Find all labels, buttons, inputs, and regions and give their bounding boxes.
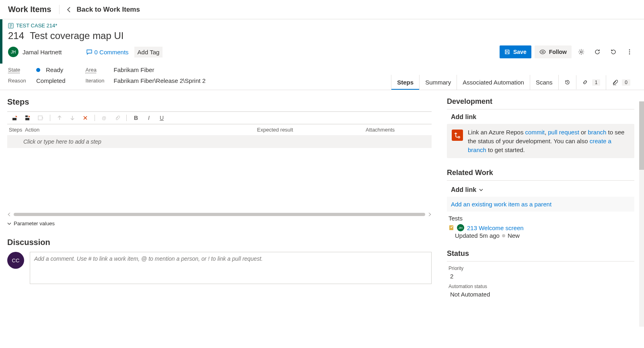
attach-file-button[interactable]	[113, 114, 121, 121]
iteration-value[interactable]: Fabrikam Fiber\Release 2\Sprint 2	[114, 77, 206, 84]
tests-label: Tests	[449, 215, 634, 222]
svg-rect-9	[38, 116, 42, 120]
history-icon	[564, 79, 570, 85]
col-steps: Steps	[9, 127, 25, 133]
tab-history[interactable]	[559, 75, 576, 89]
add-existing-parent-link[interactable]: Add an existing work item as a parent	[447, 197, 634, 212]
assignee-name[interactable]: Jamal Hartnett	[23, 49, 62, 56]
insert-step-button[interactable]	[11, 114, 19, 121]
col-expected-result: Expected result	[257, 127, 366, 133]
horizontal-scrollbar[interactable]	[7, 212, 432, 216]
refresh-button[interactable]	[591, 45, 604, 58]
tab-associated-automation[interactable]: Associated Automation	[457, 75, 530, 90]
state-label: State	[8, 67, 36, 73]
add-link-related-label: Add link	[451, 186, 476, 194]
svg-rect-8	[25, 115, 28, 117]
back-to-work-items-link[interactable]: Back to Work Items	[66, 6, 140, 14]
breadcrumb[interactable]: TEST CASE 214*	[8, 23, 636, 29]
reason-label: Reason	[8, 78, 36, 84]
test-case-icon	[8, 23, 14, 29]
tab-steps[interactable]: Steps	[391, 75, 420, 90]
discussion-heading: Discussion	[7, 238, 432, 247]
iteration-label: Iteration	[86, 78, 114, 84]
add-step-input[interactable]: Click or type here to add a step	[7, 135, 432, 148]
area-label: Area	[86, 67, 114, 73]
priority-label: Priority	[449, 266, 634, 271]
automation-status-label: Automation status	[449, 284, 634, 289]
tab-attachments[interactable]: 0	[606, 75, 636, 90]
svg-point-11	[458, 136, 460, 138]
insert-param-button[interactable]: @	[101, 114, 108, 121]
related-test-link[interactable]: 213 Welcome screen	[467, 224, 524, 231]
current-user-avatar: CC	[7, 252, 24, 269]
more-vertical-icon	[626, 49, 633, 55]
save-button[interactable]: Save	[500, 45, 531, 58]
steps-heading: Steps	[7, 97, 432, 107]
branch-link[interactable]: branch	[588, 129, 607, 136]
attachment-icon	[612, 79, 618, 85]
add-link-related-button[interactable]: Add link	[451, 186, 484, 194]
automation-status-value[interactable]: Not Automated	[450, 291, 634, 298]
related-test-state: New	[508, 232, 520, 239]
move-up-button[interactable]	[56, 114, 63, 121]
revert-button[interactable]	[607, 45, 620, 58]
area-value[interactable]: Fabrikam Fiber	[114, 66, 154, 73]
vertical-scrollbar[interactable]	[639, 101, 644, 306]
commit-link[interactable]: commit	[525, 129, 545, 136]
comments-link[interactable]: 0 Comments	[86, 49, 129, 56]
type-color-stripe	[0, 19, 2, 64]
arrow-left-icon	[66, 6, 72, 13]
undo-icon	[610, 49, 617, 55]
scrollbar-thumb[interactable]	[14, 213, 425, 216]
create-shared-steps-button[interactable]	[37, 114, 44, 121]
eye-icon	[539, 49, 546, 55]
development-message: Link an Azure Repos commit, pull request…	[468, 128, 630, 154]
assignee-avatar[interactable]: JH	[8, 47, 19, 57]
reason-value[interactable]: Completed	[36, 77, 66, 84]
italic-button[interactable]: I	[145, 114, 152, 121]
scrollbar-thumb[interactable]	[639, 101, 644, 170]
chevron-down-icon	[7, 222, 11, 226]
gear-icon	[578, 49, 584, 55]
col-action: Action	[25, 127, 257, 133]
svg-rect-6	[12, 118, 16, 120]
delete-step-button[interactable]	[82, 114, 89, 121]
attachments-count-badge: 0	[622, 79, 630, 86]
updated-label: Updated 5m ago	[455, 232, 500, 239]
state-value[interactable]: Ready	[46, 66, 63, 73]
col-attachments: Attachments	[366, 127, 430, 133]
save-icon	[504, 49, 510, 55]
svg-point-2	[580, 51, 582, 53]
more-actions-button[interactable]	[623, 45, 636, 58]
priority-value[interactable]: 2	[450, 273, 634, 280]
underline-button[interactable]: U	[158, 114, 165, 121]
link-icon	[582, 79, 588, 85]
settings-button[interactable]	[575, 45, 588, 58]
parameter-values-toggle[interactable]: Parameter values	[7, 220, 432, 227]
status-heading: Status	[447, 249, 634, 258]
add-link-dev-button[interactable]: Add link	[451, 113, 634, 121]
links-count-badge: 1	[592, 79, 601, 86]
svg-point-4	[629, 51, 630, 53]
save-label: Save	[513, 49, 527, 55]
bold-button[interactable]: B	[132, 114, 140, 121]
refresh-icon	[594, 49, 601, 55]
pull-request-link[interactable]: pull request	[548, 129, 579, 136]
comment-input[interactable]: Add a comment. Use # to link a work item…	[30, 252, 432, 284]
git-icon	[452, 130, 463, 141]
state-dot-icon	[502, 234, 505, 237]
scroll-right-icon	[428, 212, 432, 216]
follow-button[interactable]: Follow	[535, 45, 572, 58]
tab-links[interactable]: 1	[576, 75, 607, 90]
test-case-icon	[449, 225, 454, 231]
back-label: Back to Work Items	[76, 6, 140, 14]
related-work-heading: Related Work	[447, 169, 634, 177]
steps-toolbar: @ B I U	[7, 112, 432, 124]
insert-shared-step-button[interactable]	[24, 114, 31, 121]
state-dot-icon	[36, 68, 40, 72]
tab-summary[interactable]: Summary	[420, 75, 457, 90]
work-item-title[interactable]: Test coverage map UI	[30, 30, 123, 41]
tab-scans[interactable]: Scans	[530, 75, 559, 90]
add-tag-button[interactable]: Add Tag	[134, 47, 163, 58]
move-down-button[interactable]	[69, 114, 76, 121]
